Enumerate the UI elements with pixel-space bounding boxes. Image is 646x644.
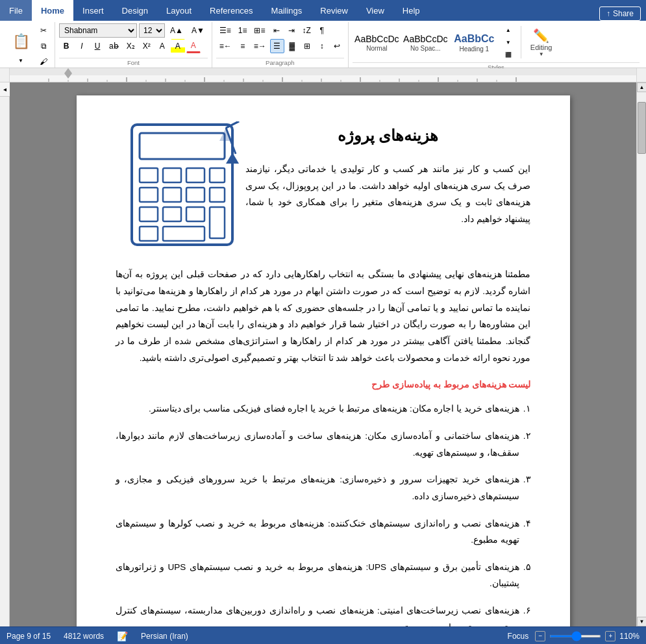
list-item: ۶. هزینه‌های نصب زیرساخت‌های امنیتی: هزی… — [116, 602, 531, 626]
status-bar: Page 9 of 15 4812 words 📝 Persian (Iran)… — [0, 626, 646, 644]
rtl-button[interactable]: ↩ — [330, 39, 344, 53]
page-content: هزینه‌های پروژه این کسب و کار نیز مانند … — [77, 95, 570, 626]
tab-mailings[interactable]: Mailings — [262, 0, 312, 21]
style-heading-label: Heading 1 — [460, 45, 490, 53]
scroll-down-button[interactable]: ▼ — [637, 617, 646, 626]
item-5-text: هزینه‌های تأمین برق و سیستم‌های UPS: هزی… — [116, 559, 519, 592]
align-left-button[interactable]: ≡← — [216, 39, 235, 53]
right-scrollbar[interactable]: ▲ ▼ — [636, 82, 646, 626]
left-scrollbar: ◂ — [0, 82, 10, 626]
style-nospace-preview: AaBbCcDc — [403, 34, 447, 43]
word-count: 4812 words — [64, 632, 104, 641]
tab-design[interactable]: Design — [113, 0, 157, 21]
styles-scroll-up[interactable]: ▲ — [501, 24, 516, 36]
align-right-button[interactable]: ≡→ — [251, 39, 269, 53]
font-color-button[interactable]: A — [186, 39, 201, 53]
ruler-right — [636, 68, 646, 82]
svg-rect-30 — [140, 133, 225, 159]
bold-button[interactable]: B — [59, 39, 73, 53]
ruler-corner — [0, 68, 10, 82]
style-normal[interactable]: AaBbCcDc Normal — [353, 23, 401, 61]
collapse-button[interactable]: ◂ — [0, 82, 10, 97]
tab-layout[interactable]: Layout — [157, 0, 201, 21]
italic-button[interactable]: I — [75, 39, 89, 53]
font-name-select[interactable]: Shabnam — [59, 23, 137, 38]
paste-button[interactable]: 📋 — [6, 27, 35, 56]
ribbon-tabs: File Home Insert Design Layout Reference… — [0, 0, 646, 21]
show-hide-button[interactable]: ¶ — [315, 23, 329, 38]
increase-font-button[interactable]: A▲ — [167, 23, 186, 38]
tab-insert[interactable]: Insert — [73, 0, 113, 21]
zoom-in-button[interactable]: + — [605, 631, 615, 641]
svg-marker-49 — [226, 153, 239, 164]
item-6-num: ۶. — [523, 602, 531, 626]
bullets-button[interactable]: ☰≡ — [216, 23, 234, 38]
paste-icon: 📋 — [12, 33, 30, 50]
align-center-button[interactable]: ≡ — [236, 39, 250, 53]
share-button[interactable]: ↑ Share — [599, 6, 641, 21]
borders-button[interactable]: ⊞ — [300, 39, 314, 53]
tab-help[interactable]: Help — [393, 0, 429, 21]
zoom-level: 110% — [619, 632, 640, 641]
line-spacing-button[interactable]: ↕ — [315, 39, 329, 53]
svg-rect-43 — [140, 227, 158, 241]
editing-dropdown[interactable]: ▼ — [539, 51, 544, 57]
scroll-up-button[interactable]: ▲ — [637, 82, 646, 92]
styles-group: AaBbCcDc Normal AaBbCcDc No Spac... AaBb… — [349, 22, 643, 68]
status-right: Focus − + 110% — [508, 631, 640, 641]
item-4-num: ۴. — [523, 515, 531, 549]
editing-icon: ✏️ — [533, 28, 549, 43]
items-list: ۱. هزینه‌های خرید یا اجاره مکان: هزینه‌ه… — [116, 401, 531, 626]
item-5-num: ۵. — [523, 559, 531, 592]
cut-button[interactable]: ✂ — [36, 23, 51, 38]
sort-button[interactable]: ↕Z — [299, 23, 314, 38]
svg-rect-36 — [163, 188, 181, 202]
format-painter-button[interactable]: 🖌 — [36, 55, 51, 69]
tab-view[interactable]: View — [357, 0, 393, 21]
style-no-space[interactable]: AaBbCcDc No Spac... — [401, 23, 450, 61]
numbering-button[interactable]: 1≡ — [235, 23, 251, 38]
scroll-track — [637, 92, 646, 617]
tab-home[interactable]: Home — [32, 0, 73, 21]
font-size-select[interactable]: 12 — [139, 23, 165, 38]
decrease-indent-button[interactable]: ⇤ — [269, 23, 284, 38]
list-item: ۴. هزینه‌های نصب و راه‌اندازی سیستم‌های … — [116, 515, 531, 549]
scroll-thumb[interactable] — [638, 102, 646, 154]
subscript-button[interactable]: X₂ — [123, 39, 138, 53]
text-highlight-button[interactable]: A — [171, 39, 185, 53]
list-item: ۱. هزینه‌های خرید یا اجاره مکان: هزینه‌ه… — [116, 401, 531, 417]
styles-scroll-down[interactable]: ▼ — [501, 36, 516, 48]
intro-paragraph-2: مطمئنا هزینه‌های نهایی پیشنهادی ما بستگی… — [116, 266, 531, 366]
tab-review[interactable]: Review — [311, 0, 357, 21]
text-effects-button[interactable]: A — [155, 39, 169, 53]
list-item: ۳. هزینه‌های خرید تجهیزات سرور و ذخیره‌س… — [116, 471, 531, 504]
copy-button[interactable]: ⧉ — [36, 39, 51, 53]
item-2-text: هزینه‌های ساختمانی و آماده‌سازی مکان: هز… — [116, 428, 519, 461]
tab-references[interactable]: References — [201, 0, 262, 21]
share-icon: ↑ — [606, 9, 610, 18]
multilevel-list-button[interactable]: ⊞≡ — [251, 23, 268, 38]
underline-button[interactable]: U — [90, 39, 105, 53]
styles-more[interactable]: ⬛ — [501, 49, 516, 60]
tab-file[interactable]: File — [0, 0, 32, 21]
svg-rect-44 — [163, 227, 205, 241]
decrease-font-button[interactable]: A▼ — [188, 23, 208, 38]
strikethrough-button[interactable]: ab̶ — [106, 39, 122, 53]
zoom-out-button[interactable]: − — [535, 631, 545, 641]
style-heading1[interactable]: AaBbCc Heading 1 — [450, 23, 499, 61]
paste-dropdown[interactable]: ▼ — [14, 56, 28, 66]
shading-button[interactable]: ▓ — [285, 39, 299, 53]
zoom-slider-input[interactable] — [549, 635, 601, 638]
style-heading-preview: AaBbCc — [454, 34, 494, 44]
item-4-text: هزینه‌های نصب و راه‌اندازی سیستم‌های خنک… — [116, 515, 519, 549]
justify-button[interactable]: ☰ — [270, 39, 284, 53]
styles-gallery: AaBbCcDc Normal AaBbCcDc No Spac... AaBb… — [353, 23, 499, 61]
proofing-icon[interactable]: 📝 — [117, 631, 128, 641]
format-painter-icon: 🖌 — [40, 57, 47, 66]
focus-button[interactable]: Focus — [508, 632, 529, 641]
superscript-button[interactable]: X² — [140, 39, 154, 53]
paragraph-label: Paragraph — [216, 58, 344, 66]
increase-indent-button[interactable]: ⇥ — [284, 23, 299, 38]
item-1-num: ۱. — [523, 401, 531, 417]
ribbon: 📋 ▼ ✂ ⧉ 🖌 C — [0, 21, 646, 68]
